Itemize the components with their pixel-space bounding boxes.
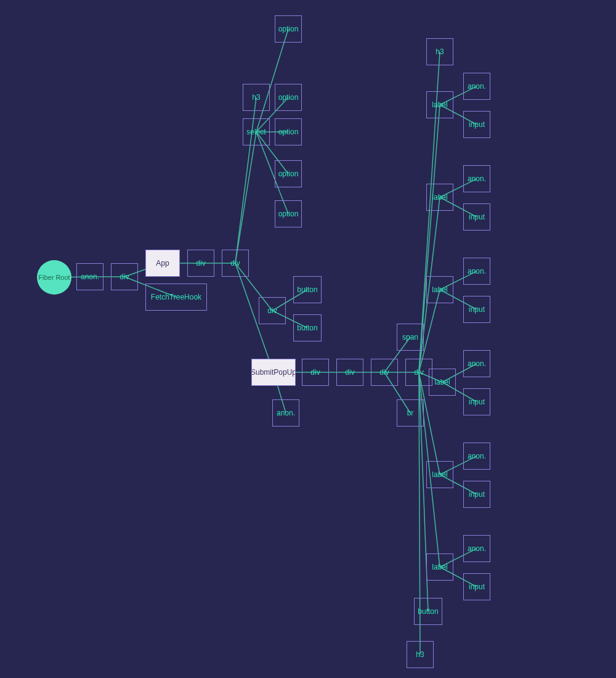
node-option4[interactable]: option: [275, 200, 302, 227]
node-h3c[interactable]: h3: [407, 641, 434, 668]
node-option0[interactable]: option: [275, 15, 302, 43]
node-h3b[interactable]: h3: [426, 38, 453, 65]
node-option3[interactable]: option: [275, 160, 302, 187]
node-inputE[interactable]: input: [463, 481, 490, 508]
node-divMain[interactable]: div: [222, 250, 249, 277]
node-button3[interactable]: button: [414, 598, 442, 625]
node-anonF[interactable]: anon.: [463, 535, 490, 562]
node-button1[interactable]: button: [293, 276, 322, 303]
node-labelE[interactable]: label: [426, 461, 453, 488]
node-divSub1[interactable]: div: [302, 359, 329, 386]
edge: [256, 29, 288, 132]
edge: [235, 132, 256, 263]
node-inputA[interactable]: input: [463, 111, 490, 138]
node-anon2[interactable]: anon.: [272, 399, 299, 427]
node-option1[interactable]: option: [275, 84, 302, 111]
node-fetchTree[interactable]: FetchTreeHook: [145, 284, 207, 311]
node-submitPopUp[interactable]: SubmitPopUp: [251, 359, 296, 386]
node-divBtns[interactable]: div: [259, 297, 286, 324]
node-select[interactable]: select: [243, 118, 270, 145]
node-labelB[interactable]: label: [426, 184, 453, 211]
node-divApp[interactable]: div: [187, 250, 214, 277]
node-divSub3[interactable]: div: [371, 359, 398, 386]
node-divRoot[interactable]: div: [111, 263, 138, 290]
node-option2[interactable]: option: [275, 118, 302, 145]
node-divSub2[interactable]: div: [336, 359, 363, 386]
node-anonE[interactable]: anon.: [463, 443, 490, 470]
node-labelF[interactable]: label: [426, 553, 453, 581]
node-labelD[interactable]: label: [429, 369, 456, 396]
node-anon1[interactable]: anon.: [76, 263, 103, 290]
node-h3a[interactable]: h3: [243, 84, 270, 111]
node-button2[interactable]: button: [293, 314, 322, 341]
node-inputB[interactable]: input: [463, 203, 490, 231]
node-labelC[interactable]: label: [426, 276, 453, 303]
tree-canvas[interactable]: Fiber Rootanon.divAppFetchTreeHookdivdiv…: [0, 0, 616, 678]
node-inputD[interactable]: input: [463, 388, 490, 415]
node-br[interactable]: br: [397, 399, 424, 427]
node-inputF[interactable]: input: [463, 573, 490, 600]
node-anonB[interactable]: anon.: [463, 165, 490, 192]
node-app[interactable]: App: [145, 250, 180, 277]
node-span[interactable]: span: [397, 324, 424, 351]
node-anonD[interactable]: anon.: [463, 350, 490, 377]
node-labelA[interactable]: label: [426, 91, 453, 118]
node-fiberRoot[interactable]: Fiber Root: [37, 260, 71, 295]
node-anonA[interactable]: anon.: [463, 73, 490, 100]
node-inputC[interactable]: input: [463, 296, 490, 323]
node-anonC[interactable]: anon.: [463, 258, 490, 285]
